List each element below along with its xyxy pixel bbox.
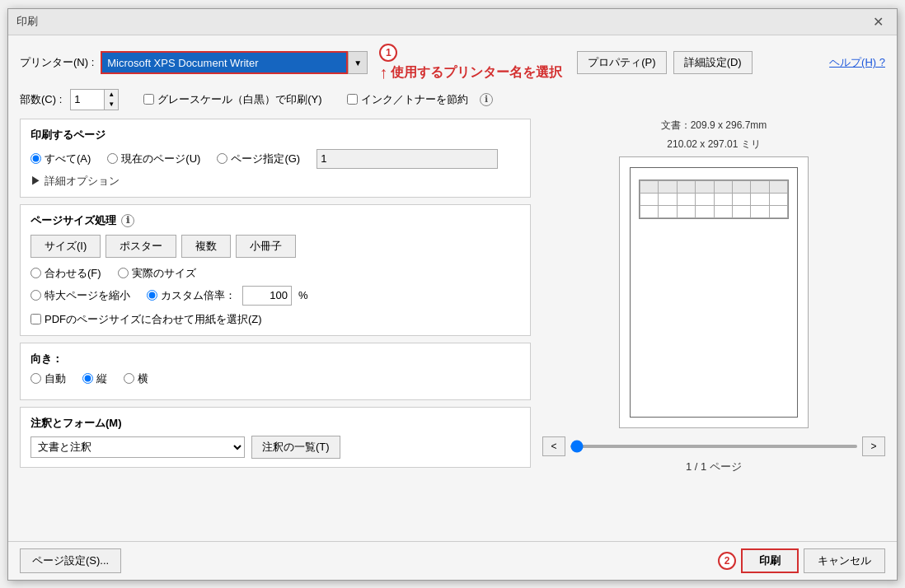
portrait-radio[interactable] xyxy=(82,373,93,384)
page-nav: < > xyxy=(542,436,885,456)
copies-row: 部数(C) : ▲ ▼ グレースケール（白黒）で印刷(Y) インク／トナーを節約… xyxy=(20,89,885,110)
option-portrait: 縦 xyxy=(82,371,107,386)
annotation-circle-1: 1 xyxy=(379,44,397,62)
print-dialog: 印刷 ✕ プリンター(N) : Microsoft XPS Document W… xyxy=(7,8,898,581)
ink-save-checkbox[interactable] xyxy=(347,94,358,105)
title-bar: 印刷 ✕ xyxy=(8,9,897,35)
option-oversized: 特大ページを縮小 xyxy=(30,288,130,303)
page-size-info-icon: ℹ xyxy=(121,214,134,227)
option-fit: 合わせる(F) xyxy=(30,266,101,281)
advanced-button[interactable]: 詳細設定(D) xyxy=(673,51,753,74)
orientation-radio-row: 自動 縦 横 xyxy=(30,371,520,386)
annotation-row: ↑ 使用するプリンター名を選択 xyxy=(379,63,562,82)
copies-input[interactable] xyxy=(71,90,104,110)
pdf-pagesize-label: PDFのページサイズに合わせて用紙を選択(Z) xyxy=(45,312,262,327)
fit-size-radio[interactable] xyxy=(30,268,41,278)
ink-info-icon: ℹ xyxy=(480,93,493,106)
notes-row: 文書と注釈 注釈の一覧(T) xyxy=(30,436,520,459)
printer-label: プリンター(N) : xyxy=(20,55,94,70)
poster-btn[interactable]: ポスター xyxy=(106,235,176,258)
option-landscape: 横 xyxy=(124,371,148,386)
page-setup-button[interactable]: ページ設定(S)... xyxy=(20,548,121,573)
preview-table xyxy=(639,180,789,219)
size-options: 合わせる(F) 実際のサイズ 特大ページを縮小 xyxy=(30,266,520,306)
option-custom: カスタム倍率： xyxy=(147,288,236,303)
orientation-title: 向き： xyxy=(30,352,520,366)
landscape-radio[interactable] xyxy=(124,373,134,384)
option-actual: 実際のサイズ xyxy=(118,266,196,281)
annotation-area: 1 ↑ 使用するプリンター名を選択 xyxy=(379,44,562,82)
custom-value-input[interactable] xyxy=(242,286,292,306)
print-pages-section: 印刷するページ すべて(A) 現在のページ(U) ページ指定(G) xyxy=(20,119,531,198)
print-pages-title: 印刷するページ xyxy=(30,128,520,142)
option-all: すべて(A) xyxy=(30,152,91,166)
printer-dropdown-arrow[interactable]: ▼ xyxy=(348,51,368,74)
bottom-bar: ページ設定(S)... 2 印刷 キャンセル xyxy=(8,541,897,580)
ink-save-label: インク／トナーを節約 xyxy=(361,92,468,107)
option-auto-orient: 自動 xyxy=(30,371,66,386)
custom-row: カスタム倍率： % xyxy=(147,286,308,306)
right-panel: 文書：209.9 x 296.7mm 210.02 x 297.01 ミリ xyxy=(542,119,885,533)
annotation-text: 使用するプリンター名を選択 xyxy=(391,64,562,82)
grayscale-checkbox[interactable] xyxy=(143,94,154,105)
size-btn[interactable]: サイズ(I) xyxy=(30,235,101,258)
dialog-body: プリンター(N) : Microsoft XPS Document Writer… xyxy=(8,35,897,541)
copies-input-wrap: ▲ ▼ xyxy=(70,89,119,110)
pdf-checkbox-row: PDFのページサイズに合わせて用紙を選択(Z) xyxy=(30,312,520,327)
copies-up[interactable]: ▲ xyxy=(105,90,118,100)
properties-button[interactable]: プロパティ(P) xyxy=(577,51,666,74)
fit-size-label: 合わせる(F) xyxy=(45,266,101,281)
pdf-pagesize-checkbox[interactable] xyxy=(30,314,41,324)
current-page-radio[interactable] xyxy=(107,153,118,164)
size-buttons: サイズ(I) ポスター 複数 小冊子 xyxy=(30,235,520,258)
notes-list-button[interactable]: 注釈の一覧(T) xyxy=(251,436,340,459)
printer-select-wrapper: Microsoft XPS Document Writer ▼ xyxy=(101,51,368,74)
current-page-label: 現在のページ(U) xyxy=(121,152,200,166)
preview-table-inner xyxy=(640,180,788,218)
cancel-button[interactable]: キャンセル xyxy=(804,548,885,573)
preview-area xyxy=(619,156,809,428)
actual-size-radio[interactable] xyxy=(118,268,129,278)
copies-spinner: ▲ ▼ xyxy=(104,90,118,110)
printer-row: プリンター(N) : Microsoft XPS Document Writer… xyxy=(20,44,885,82)
page-range-input[interactable] xyxy=(317,149,498,169)
dialog-title: 印刷 xyxy=(16,14,38,29)
grayscale-label: グレースケール（白黒）で印刷(Y) xyxy=(157,92,321,107)
annotation-circle-2: 2 xyxy=(718,552,736,570)
actual-size-label: 実際のサイズ xyxy=(132,266,196,281)
print-button[interactable]: 印刷 xyxy=(741,548,799,573)
page-slider[interactable] xyxy=(570,445,857,448)
specified-page-radio[interactable] xyxy=(217,153,227,164)
copies-label: 部数(C) : xyxy=(20,92,62,107)
all-pages-label: すべて(A) xyxy=(45,152,91,166)
print-pages-radio-row: すべて(A) 現在のページ(U) ページ指定(G) xyxy=(30,149,520,169)
page-size-section: ページサイズ処理 ℹ サイズ(I) ポスター 複数 小冊子 合わせる( xyxy=(20,204,531,336)
notes-select[interactable]: 文書と注釈 xyxy=(30,436,245,458)
printer-select[interactable]: Microsoft XPS Document Writer xyxy=(101,51,348,74)
custom-scale-radio[interactable] xyxy=(147,290,157,301)
preview-page xyxy=(630,167,798,418)
prev-page-btn[interactable]: < xyxy=(542,436,565,456)
booklet-btn[interactable]: 小冊子 xyxy=(236,235,296,258)
grayscale-group: グレースケール（白黒）で印刷(Y) xyxy=(143,92,321,107)
all-pages-radio[interactable] xyxy=(30,153,41,164)
auto-orient-label: 自動 xyxy=(45,371,66,386)
portrait-label: 縦 xyxy=(96,371,107,386)
next-page-btn[interactable]: > xyxy=(862,436,885,456)
landscape-label: 横 xyxy=(138,371,148,386)
auto-orient-radio[interactable] xyxy=(30,373,41,384)
orientation-section: 向き： 自動 縦 横 xyxy=(20,343,531,400)
custom-unit: % xyxy=(298,289,308,301)
detail-options[interactable]: ▶ 詳細オプション xyxy=(30,174,520,189)
multiple-btn[interactable]: 複数 xyxy=(181,235,231,258)
close-button[interactable]: ✕ xyxy=(868,12,889,31)
copies-down[interactable]: ▼ xyxy=(105,100,118,110)
custom-scale-label: カスタム倍率： xyxy=(161,288,236,303)
help-link[interactable]: ヘルプ(H) ? xyxy=(829,55,885,70)
ink-save-group: インク／トナーを節約 xyxy=(347,92,468,107)
oversized-radio[interactable] xyxy=(30,290,41,301)
left-panel: 印刷するページ すべて(A) 現在のページ(U) ページ指定(G) xyxy=(20,119,531,533)
annotation-arrow: ↑ xyxy=(379,63,387,82)
document-info1: 文書：209.9 x 296.7mm xyxy=(661,119,767,133)
main-content: 印刷するページ すべて(A) 現在のページ(U) ページ指定(G) xyxy=(20,119,885,533)
